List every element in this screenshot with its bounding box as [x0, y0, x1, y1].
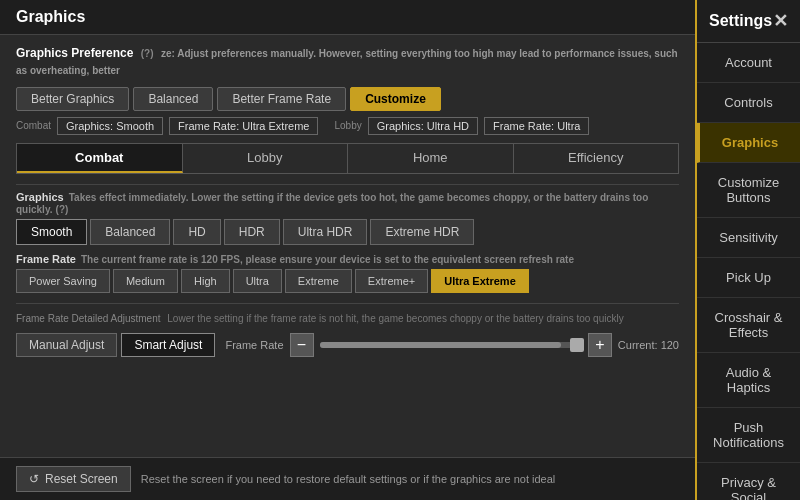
- sidebar-item-account[interactable]: Account: [697, 43, 800, 83]
- lobby-label: Lobby: [334, 120, 361, 131]
- graphics-preference-buttons: Better Graphics Balanced Better Frame Ra…: [16, 87, 679, 111]
- reset-icon: ↺: [29, 472, 39, 486]
- combat-label: Combat: [16, 120, 51, 131]
- btn-manual-adjust[interactable]: Manual Adjust: [16, 333, 117, 357]
- page-title: Graphics: [16, 8, 85, 25]
- lobby-graphics-tag: Graphics: Ultra HD: [368, 117, 478, 135]
- btn-extreme[interactable]: Extreme: [285, 269, 352, 293]
- frame-rate-slider-label: Frame Rate: [225, 339, 283, 351]
- lobby-framerate-tag: Frame Rate: Ultra: [484, 117, 589, 135]
- tab-home[interactable]: Home: [348, 144, 514, 173]
- btn-high[interactable]: High: [181, 269, 230, 293]
- framerate-desc: The current frame rate is 120 FPS, pleas…: [81, 254, 574, 265]
- graphics-quality-buttons: Smooth Balanced HD HDR Ultra HDR Extreme…: [16, 219, 679, 245]
- tab-lobby[interactable]: Lobby: [183, 144, 349, 173]
- tab-combat[interactable]: Combat: [17, 144, 183, 173]
- slider-track[interactable]: [320, 342, 582, 348]
- sidebar-item-pick-up[interactable]: Pick Up: [697, 258, 800, 298]
- close-button[interactable]: ✕: [773, 10, 788, 32]
- main-panel: Graphics Graphics Preference (?) ze: Adj…: [0, 0, 695, 500]
- btn-extreme-hdr[interactable]: Extreme HDR: [370, 219, 474, 245]
- graphics-quality-label: Graphics: [16, 191, 64, 203]
- sidebar-item-controls[interactable]: Controls: [697, 83, 800, 123]
- slider-row: Manual Adjust Smart Adjust Frame Rate − …: [16, 333, 679, 357]
- adjust-buttons: Manual Adjust Smart Adjust: [16, 333, 215, 357]
- divider-1: [16, 184, 679, 185]
- sidebar-item-audio[interactable]: Audio & Haptics: [697, 353, 800, 408]
- graphics-preference-label: Graphics Preference: [16, 46, 133, 60]
- info-row: Combat Graphics: Smooth Frame Rate: Ultr…: [16, 117, 679, 135]
- slider-section: Frame Rate Detailed Adjustment Lower the…: [16, 303, 679, 365]
- reset-screen-button[interactable]: ↺ Reset Screen: [16, 466, 131, 492]
- framerate-title: Frame Rate The current frame rate is 120…: [16, 253, 679, 265]
- slider-thumb[interactable]: [570, 338, 584, 352]
- slider-fill: [320, 342, 561, 348]
- btn-ultra-hdr[interactable]: Ultra HDR: [283, 219, 368, 245]
- framerate-buttons: Power Saving Medium High Ultra Extreme E…: [16, 269, 679, 293]
- btn-ultra[interactable]: Ultra: [233, 269, 282, 293]
- btn-balanced-quality[interactable]: Balanced: [90, 219, 170, 245]
- detailed-adjustment-label: Frame Rate Detailed Adjustment Lower the…: [16, 312, 679, 325]
- slider-minus-btn[interactable]: −: [290, 333, 314, 357]
- btn-medium[interactable]: Medium: [113, 269, 178, 293]
- help-icon-quality: (?): [56, 204, 69, 215]
- btn-customize[interactable]: Customize: [350, 87, 441, 111]
- sidebar-item-customize-buttons[interactable]: Customize Buttons: [697, 163, 800, 218]
- settings-title: Settings: [709, 12, 772, 30]
- btn-power-saving[interactable]: Power Saving: [16, 269, 110, 293]
- btn-balanced-pref[interactable]: Balanced: [133, 87, 213, 111]
- btn-hd[interactable]: HD: [173, 219, 220, 245]
- btn-smooth[interactable]: Smooth: [16, 219, 87, 245]
- sidebar-item-graphics[interactable]: Graphics: [697, 123, 800, 163]
- current-value-label: Current: 120: [618, 339, 679, 351]
- sidebar-item-push-notifications[interactable]: Push Notifications: [697, 408, 800, 463]
- framerate-section: Frame Rate The current frame rate is 120…: [16, 253, 679, 293]
- graphics-tag: Graphics: Smooth: [57, 117, 163, 135]
- graphics-quality-title: Graphics Takes effect immediately. Lower…: [16, 191, 679, 215]
- slider-container: Frame Rate − + Current: 120: [225, 333, 679, 357]
- btn-smart-adjust[interactable]: Smart Adjust: [121, 333, 215, 357]
- btn-ultra-extreme[interactable]: Ultra Extreme: [431, 269, 529, 293]
- btn-hdr[interactable]: HDR: [224, 219, 280, 245]
- reset-description: Reset the screen if you need to restore …: [141, 473, 556, 485]
- content-area: Graphics Preference (?) ze: Adjust prefe…: [0, 35, 695, 457]
- btn-extreme-plus[interactable]: Extreme+: [355, 269, 428, 293]
- main-header: Graphics: [0, 0, 695, 35]
- btn-better-graphics[interactable]: Better Graphics: [16, 87, 129, 111]
- slider-plus-btn[interactable]: +: [588, 333, 612, 357]
- footer: ↺ Reset Screen Reset the screen if you n…: [0, 457, 695, 500]
- sidebar: Settings ✕ Account Controls Graphics Cus…: [695, 0, 800, 500]
- tab-bar: Combat Lobby Home Efficiency: [16, 143, 679, 174]
- settings-header: Settings ✕: [697, 0, 800, 43]
- graphics-quality-desc: Takes effect immediately. Lower the sett…: [16, 192, 648, 215]
- help-icon-pref: (?): [141, 48, 154, 59]
- tab-efficiency[interactable]: Efficiency: [514, 144, 679, 173]
- graphics-preference-section: Graphics Preference (?) ze: Adjust prefe…: [16, 45, 679, 79]
- framerate-label: Frame Rate: [16, 253, 76, 265]
- framerate-tag: Frame Rate: Ultra Extreme: [169, 117, 318, 135]
- sidebar-item-privacy[interactable]: Privacy & Social: [697, 463, 800, 500]
- reset-label: Reset Screen: [45, 472, 118, 486]
- sidebar-item-crosshair[interactable]: Crosshair & Effects: [697, 298, 800, 353]
- graphics-quality-section: Graphics Takes effect immediately. Lower…: [16, 191, 679, 245]
- sidebar-item-sensitivity[interactable]: Sensitivity: [697, 218, 800, 258]
- btn-better-framerate[interactable]: Better Frame Rate: [217, 87, 346, 111]
